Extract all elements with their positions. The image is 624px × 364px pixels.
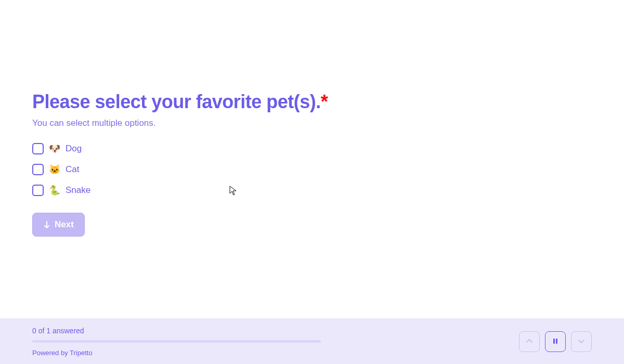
arrow-down-icon: [43, 221, 50, 228]
next-button-label: Next: [55, 219, 74, 230]
help-text: You can select multiple options.: [32, 118, 592, 128]
option-cat[interactable]: 🐱 Cat: [32, 164, 592, 175]
question-title-text: Please select your favorite pet(s).: [32, 91, 321, 112]
option-snake[interactable]: 🐍 Snake: [32, 185, 592, 196]
question-title: Please select your favorite pet(s).*: [32, 91, 592, 113]
checkbox-snake[interactable]: [32, 185, 44, 196]
svg-rect-0: [553, 339, 555, 344]
footer: 0 of 1 answered Powered by Tripetto: [0, 318, 624, 364]
option-label-snake: Snake: [66, 185, 90, 196]
options-list: 🐶 Dog 🐱 Cat 🐍 Snake: [32, 143, 592, 196]
checkbox-dog[interactable]: [32, 143, 44, 154]
next-button[interactable]: Next: [32, 213, 85, 237]
dog-emoji-icon: 🐶: [49, 143, 60, 154]
next-nav-button[interactable]: [571, 331, 592, 352]
chevron-up-icon: [525, 337, 534, 347]
svg-rect-1: [556, 339, 557, 344]
pause-icon: [552, 337, 559, 346]
footer-left: 0 of 1 answered Powered by Tripetto: [32, 327, 519, 357]
snake-emoji-icon: 🐍: [49, 185, 60, 196]
required-asterisk: *: [321, 91, 328, 112]
cat-emoji-icon: 🐱: [49, 164, 60, 175]
option-dog[interactable]: 🐶 Dog: [32, 143, 592, 154]
option-label-cat: Cat: [66, 164, 79, 175]
checkbox-cat[interactable]: [32, 164, 44, 175]
powered-by[interactable]: Powered by Tripetto: [32, 349, 519, 357]
progress-bar: [32, 340, 321, 343]
option-label-dog: Dog: [66, 144, 82, 154]
chevron-down-icon: [577, 337, 586, 347]
question-content: Please select your favorite pet(s).* You…: [0, 0, 624, 237]
footer-controls: [519, 331, 592, 352]
pause-button[interactable]: [545, 331, 566, 352]
previous-button[interactable]: [519, 331, 540, 352]
progress-text: 0 of 1 answered: [32, 327, 519, 335]
